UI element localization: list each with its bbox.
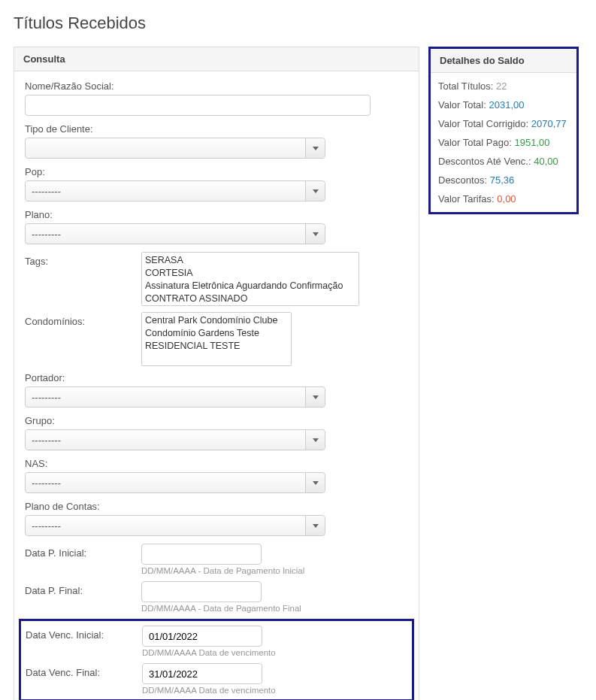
saldo-panel: Detalhes do Saldo Total Títulos: 22 Valo…	[428, 47, 579, 214]
list-item[interactable]: CONTRATO ASSINADO	[145, 292, 355, 305]
valor-tarifas-value: 0,00	[497, 193, 516, 205]
list-item[interactable]: Assinatura Eletrônica Aguardando Confirm…	[145, 280, 355, 292]
grupo-select[interactable]: ---------	[25, 429, 325, 450]
valor-total-corrigido-label: Valor Total Corrigido:	[438, 118, 528, 129]
data-p-final-input[interactable]	[141, 581, 262, 602]
consulta-panel: Consulta Nome/Razão Social: Tipo de Clie…	[14, 47, 419, 700]
tipo-cliente-label: Tipo de Cliente:	[25, 123, 408, 135]
data-p-final-label: Data P. Final:	[25, 581, 141, 596]
nome-label: Nome/Razão Social:	[25, 80, 408, 92]
pop-select[interactable]: ---------	[25, 180, 325, 202]
list-item[interactable]: Condomínio Gardens Teste	[145, 327, 288, 340]
chevron-down-icon	[305, 516, 325, 535]
list-item[interactable]: SERASA	[145, 254, 355, 267]
list-item[interactable]: RESIDENCIAL TESTE	[145, 340, 288, 353]
portador-value: ---------	[32, 392, 61, 403]
data-venc-final-label: Data Venc. Final:	[26, 663, 142, 678]
page-title: Títulos Recebidos	[14, 14, 582, 33]
tipo-cliente-select[interactable]	[25, 138, 325, 159]
data-venc-final-input[interactable]	[142, 663, 262, 684]
descontos-ate-venc-label: Descontos Até Venc.:	[438, 156, 531, 167]
condominios-label: Condomínios:	[25, 312, 141, 327]
chevron-down-icon	[305, 224, 325, 244]
chevron-down-icon	[305, 181, 325, 201]
chevron-down-icon	[305, 138, 325, 158]
pop-label: Pop:	[25, 166, 408, 177]
nas-select[interactable]: ---------	[25, 472, 325, 493]
valor-total-label: Valor Total:	[438, 99, 486, 111]
plano-label: Plano:	[25, 209, 408, 220]
descontos-value: 75,36	[490, 174, 515, 186]
chevron-down-icon	[305, 430, 325, 450]
saldo-header: Detalhes do Saldo	[431, 49, 576, 73]
plano-contas-value: ---------	[32, 520, 61, 532]
plano-value: ---------	[32, 229, 61, 240]
data-venc-inicial-hint: DD/MM/AAAA Data de vencimento	[142, 648, 406, 657]
valor-total-pago-label: Valor Total Pago:	[438, 137, 512, 148]
data-p-inicial-hint: DD/MM/AAAA - Data de Pagamento Inicial	[141, 566, 408, 575]
plano-select[interactable]: ---------	[25, 223, 325, 244]
nome-input[interactable]	[25, 95, 371, 116]
condominios-listbox[interactable]: Central Park Condomínio Clube Condomínio…	[141, 312, 292, 366]
total-titulos-label: Total Títulos:	[438, 80, 493, 92]
data-venc-final-hint: DD/MM/AAAA Data de vencimento	[142, 686, 406, 695]
data-p-final-hint: DD/MM/AAAA - Data de Pagamento Final	[141, 604, 408, 613]
valor-total-corrigido-value: 2070,77	[531, 118, 567, 129]
grupo-value: ---------	[32, 435, 61, 446]
tags-listbox[interactable]: SERASA CORTESIA Assinatura Eletrônica Ag…	[141, 252, 359, 306]
valor-total-value: 2031,00	[489, 99, 524, 111]
portador-label: Portador:	[25, 372, 408, 383]
list-item[interactable]: Central Park Condomínio Clube	[145, 314, 288, 327]
descontos-label: Descontos:	[438, 174, 487, 186]
data-venc-inicial-input[interactable]	[142, 626, 262, 647]
pop-value: ---------	[32, 186, 61, 197]
tags-label: Tags:	[25, 252, 141, 267]
total-titulos-value: 22	[496, 80, 507, 92]
data-venc-inicial-label: Data Venc. Inicial:	[26, 626, 142, 641]
chevron-down-icon	[305, 387, 325, 407]
portador-select[interactable]: ---------	[25, 386, 325, 408]
nas-label: NAS:	[25, 458, 408, 469]
plano-contas-label: Plano de Contas:	[25, 501, 408, 512]
consulta-header: Consulta	[14, 47, 419, 71]
grupo-label: Grupo:	[25, 415, 408, 426]
descontos-ate-venc-value: 40,00	[534, 156, 558, 167]
data-venc-highlight: Data Venc. Inicial: DD/MM/AAAA Data de v…	[19, 619, 414, 700]
chevron-down-icon	[305, 473, 325, 492]
nas-value: ---------	[32, 477, 61, 489]
valor-total-pago-value: 1951,00	[514, 137, 549, 148]
data-p-inicial-label: Data P. Inicial:	[25, 544, 141, 559]
data-p-inicial-input[interactable]	[141, 544, 262, 565]
list-item[interactable]: CORTESIA	[145, 267, 355, 280]
plano-contas-select[interactable]: ---------	[25, 515, 325, 536]
valor-tarifas-label: Valor Tarifas:	[438, 193, 495, 205]
